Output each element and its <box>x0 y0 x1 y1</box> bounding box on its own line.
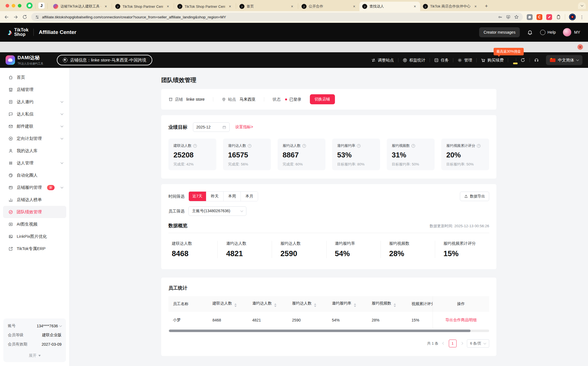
sort-icon[interactable] <box>394 303 396 307</box>
purchase-renew-menu-item[interactable]: 购买续费 <box>477 58 508 63</box>
tab-close-icon[interactable]: × <box>290 4 295 9</box>
help-circle-icon[interactable] <box>411 144 415 148</box>
browser-profile-avatar[interactable] <box>569 14 576 20</box>
time-tab-this-month[interactable]: 本月 <box>241 192 258 201</box>
help-circle-icon[interactable] <box>357 144 361 148</box>
creator-messages-button[interactable]: Creator messages <box>479 27 520 37</box>
sidebar-item-targeted-plan[interactable]: 定向计划管理 <box>3 132 66 145</box>
set-goals-link[interactable]: 设置指标> <box>235 125 253 130</box>
sort-icon[interactable] <box>234 303 237 307</box>
sidebar-item-email-outreach[interactable]: 邮件建联 <box>3 120 66 132</box>
clipboard-extension-icon[interactable] <box>556 14 561 19</box>
prev-page-icon[interactable] <box>442 342 445 344</box>
orange-extension-icon[interactable] <box>536 14 542 20</box>
tab-partner-center-2[interactable]: ♪ TikTok Shop Partner Center × <box>175 2 235 11</box>
col-video-score[interactable]: 视频累计评分 <box>407 296 433 312</box>
account-region-label[interactable]: MY <box>574 30 580 34</box>
time-tab-yesterday[interactable]: 昨天 <box>206 192 223 201</box>
scrollbar-thumb[interactable] <box>169 330 471 332</box>
help-menu[interactable]: Help <box>540 30 556 35</box>
window-minimize-button[interactable] <box>12 4 15 8</box>
sidebar-item-team-performance[interactable]: 团队绩效管理 <box>3 206 66 218</box>
sidebar-item-creator-invite[interactable]: 达人邀约 <box>3 96 66 108</box>
support-headset-icon[interactable] <box>530 58 543 63</box>
sort-icon[interactable] <box>354 303 356 307</box>
tab-close-icon[interactable]: × <box>165 4 170 9</box>
sort-icon[interactable] <box>314 303 316 307</box>
sidebar-item-tiktok-erp[interactable]: TikTok专属ERP <box>3 243 66 255</box>
sidebar-item-shop-management[interactable]: 店铺管理 <box>3 83 66 96</box>
tasks-menu-item[interactable]: 任务 <box>430 58 453 63</box>
help-circle-icon[interactable] <box>302 144 306 148</box>
url-text[interactable]: affiliate.tiktokshopglobalselling.com/co… <box>42 15 495 19</box>
export-product-detail-link[interactable]: 导出合作商品明细 <box>445 318 477 322</box>
manage-menu-item[interactable]: 管理 <box>453 58 476 63</box>
per-page-select[interactable]: 6 条/页 <box>467 339 489 348</box>
tab-dami-tool[interactable]: 达秘TikTok达人建联工具 - 批量 × <box>50 2 111 11</box>
sidebar-item-ai-video[interactable]: AI图生视频 <box>3 218 66 230</box>
back-icon[interactable] <box>4 14 9 20</box>
forward-icon[interactable] <box>13 14 18 20</box>
sort-icon[interactable] <box>274 303 276 307</box>
shop-info-pill[interactable]: 店铺信息：linke store-马来西亚-中国跨境 <box>57 55 152 65</box>
site-settings-icon[interactable] <box>35 15 39 19</box>
benefits-stats-menu-item[interactable]: 权益统计 <box>398 58 430 63</box>
tab-close-icon[interactable]: × <box>473 4 478 9</box>
sidebar-item-auto-grouping[interactable]: 自动化圈人 <box>3 169 66 181</box>
help-circle-icon[interactable] <box>248 144 251 148</box>
page-number-button[interactable]: 1 <box>449 340 457 347</box>
month-picker[interactable]: 2025-12 <box>193 122 230 132</box>
tab-close-icon[interactable]: × <box>412 4 417 9</box>
data-export-button[interactable]: 数据导出 <box>460 192 489 201</box>
next-page-icon[interactable] <box>460 342 463 344</box>
tab-close-icon[interactable]: × <box>103 4 108 9</box>
user-avatar[interactable] <box>563 28 571 36</box>
tab-search-chevron-icon[interactable] <box>578 2 586 9</box>
col-invited-creators[interactable]: 邀约达人数 <box>248 296 288 312</box>
col-fulfilled-videos[interactable]: 履约视频数 <box>367 296 407 312</box>
tab-find-creators-active[interactable]: ♪ 查找达人 × <box>359 2 420 11</box>
install-app-icon[interactable] <box>506 15 511 19</box>
password-key-icon[interactable] <box>498 15 503 19</box>
adjust-site-menu-item[interactable]: 调整站点 <box>367 58 398 63</box>
expand-button[interactable]: 展开 <box>8 351 62 359</box>
time-tab-last7days[interactable]: 近7天 <box>189 192 206 201</box>
notice-close-icon[interactable] <box>577 44 583 50</box>
language-selector[interactable]: 中文简体 <box>546 55 582 65</box>
col-fulfilled-creators[interactable]: 履约达人数 <box>288 296 327 312</box>
tab-close-icon[interactable]: × <box>352 4 357 9</box>
col-invite-fulfillment-rate[interactable]: 邀约履约率 <box>327 296 367 312</box>
help-circle-icon[interactable] <box>477 144 481 148</box>
reload-icon[interactable] <box>22 14 27 19</box>
time-tab-this-week[interactable]: 本周 <box>223 192 241 201</box>
sidebar-item-my-creator-library[interactable]: 我的达人库 <box>3 145 66 157</box>
sidebar-item-linkpix[interactable]: LinkPix图片优化 <box>3 230 66 243</box>
tab-home[interactable]: ♪ 首页 × <box>237 2 297 11</box>
refresh-icon[interactable] <box>516 58 530 63</box>
browser-menu-icon[interactable]: ⋮ <box>580 14 584 20</box>
tab-close-icon[interactable]: × <box>227 4 232 9</box>
account-number[interactable]: 134****7636 <box>37 324 62 328</box>
window-close-button[interactable] <box>6 4 9 8</box>
tab-open-collab[interactable]: ♪ 公开合作 × <box>299 2 359 11</box>
sidebar-item-creator-management[interactable]: 达人管理 <box>3 157 66 169</box>
col-connected-creators[interactable]: 建联达人数 <box>208 296 248 312</box>
window-maximize-button[interactable] <box>18 4 21 8</box>
sidebar-item-shop-fulfillment[interactable]: 店铺履约管理 新 <box>3 181 66 194</box>
bookmark-star-icon[interactable] <box>514 14 519 19</box>
line-extension-icon[interactable] <box>527 14 533 20</box>
whatsapp-icon[interactable] <box>26 3 33 9</box>
tab-shop-partner-cn[interactable]: ♪ TikTok 商店合作伙伴中心 × <box>420 2 481 11</box>
staff-filter-select[interactable]: 主账号(13480267636) <box>188 206 246 216</box>
notifications-bell-icon[interactable] <box>527 29 533 35</box>
help-circle-icon[interactable] <box>193 144 197 148</box>
pinned-tab-j[interactable]: J <box>38 3 45 9</box>
table-horizontal-scrollbar[interactable] <box>168 330 489 332</box>
url-bar[interactable]: affiliate.tiktokshopglobalselling.com/co… <box>31 13 523 21</box>
new-tab-button[interactable]: + <box>482 2 490 10</box>
sidebar-item-shop-creator-ranking[interactable]: 店铺达人榜单 <box>3 194 66 206</box>
pink-extension-icon[interactable] <box>546 14 552 20</box>
switch-shop-button[interactable]: 切换店铺 <box>310 94 335 104</box>
sidebar-item-home[interactable]: 首页 <box>3 71 66 83</box>
tab-partner-center-1[interactable]: ♪ TikTok Shop Partner Center × <box>112 2 173 11</box>
